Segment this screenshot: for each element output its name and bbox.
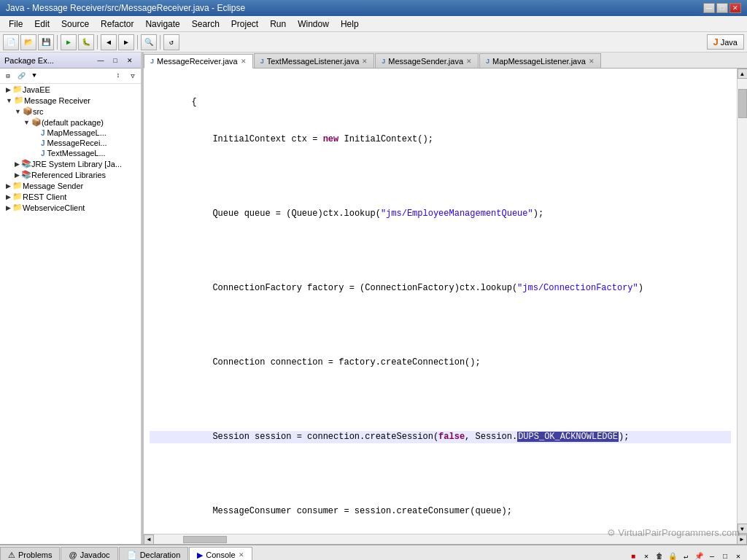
- tree-item-textmessage[interactable]: J TextMessageL...: [0, 148, 141, 158]
- java-perspective-button[interactable]: J Java: [707, 34, 744, 50]
- item-label: REST Client: [23, 192, 66, 201]
- hscroll-right-button[interactable]: ▶: [737, 534, 747, 545]
- tab-label: TextMessageListener.java: [267, 57, 360, 66]
- tab-map-message-listener[interactable]: J MapMessageListener.java ✕: [479, 53, 601, 68]
- tab-close-button[interactable]: ✕: [362, 58, 368, 65]
- tree-item-referenced-libraries[interactable]: ▶ 📚 Referenced Libraries: [0, 169, 141, 180]
- scroll-up-button[interactable]: ▲: [738, 69, 748, 79]
- link-editor-button[interactable]: 🔗: [15, 70, 28, 82]
- folder-icon: 📁: [12, 203, 23, 212]
- debug-button[interactable]: 🐛: [78, 34, 94, 50]
- maximize-button[interactable]: □: [716, 3, 728, 13]
- new-button[interactable]: 📄: [3, 34, 19, 50]
- back-button[interactable]: ◀: [101, 34, 117, 50]
- maximize-view-button[interactable]: □: [719, 551, 731, 560]
- editor-scrollbar[interactable]: ▲ ▼: [737, 69, 747, 534]
- editor-hscroll[interactable]: ◀ ▶: [144, 534, 747, 544]
- tab-problems[interactable]: ⚠ Problems: [0, 547, 60, 560]
- pe-menu-button[interactable]: ▼: [28, 70, 41, 82]
- close-button[interactable]: ✕: [729, 3, 741, 13]
- tab-close-button[interactable]: ✕: [589, 58, 595, 65]
- menu-help[interactable]: Help: [335, 18, 365, 31]
- minimize-button[interactable]: —: [703, 3, 715, 13]
- menu-refactor[interactable]: Refactor: [95, 18, 139, 31]
- tab-message-sender[interactable]: J MessageSender.java ✕: [375, 53, 479, 68]
- save-button[interactable]: 💾: [38, 34, 54, 50]
- tab-close-button[interactable]: ✕: [239, 551, 244, 559]
- search-button[interactable]: 🔍: [141, 34, 157, 50]
- tree-item-message-receiver[interactable]: ▼ 📁 Message Receiver: [0, 95, 141, 106]
- menu-file[interactable]: File: [3, 18, 28, 31]
- menu-project[interactable]: Project: [225, 18, 264, 31]
- forward-button[interactable]: ▶: [118, 34, 134, 50]
- hscroll-thumb[interactable]: [183, 536, 227, 543]
- pe-maximize-button[interactable]: □: [109, 55, 122, 66]
- word-wrap-button[interactable]: ↵: [680, 551, 692, 560]
- tab-text-message-listener[interactable]: J TextMessageListener.java ✕: [254, 53, 375, 68]
- tree-item-src[interactable]: ▼ 📦 src: [0, 106, 141, 117]
- run-button[interactable]: ▶: [61, 34, 77, 50]
- tree-item-message-sender[interactable]: ▶ 📁 Message Sender: [0, 180, 141, 191]
- library-icon: 📚: [21, 159, 31, 168]
- item-label: TextMessageL...: [47, 149, 106, 158]
- code-line: [150, 245, 731, 257]
- pe-close-button[interactable]: ✕: [123, 55, 136, 66]
- tree-item-messagereceiver[interactable]: J MessageRecei...: [0, 138, 141, 148]
- refresh-button[interactable]: ↺: [163, 34, 179, 50]
- item-label: JavaEE: [23, 85, 50, 94]
- tab-close-button[interactable]: ✕: [241, 58, 247, 65]
- item-label: JRE System Library [Ja...: [31, 160, 122, 168]
- pe-title: Package Ex...: [4, 56, 54, 65]
- menu-source[interactable]: Source: [55, 18, 95, 31]
- collapse-all-button[interactable]: ⊟: [1, 70, 15, 82]
- pe-minimize-button[interactable]: —: [94, 55, 107, 66]
- code-content[interactable]: { InitialContext ctx = new InitialContex…: [144, 69, 737, 534]
- separator-3: [137, 35, 138, 50]
- separator-2: [97, 35, 98, 50]
- tree-item-jre[interactable]: ▶ 📚 JRE System Library [Ja...: [0, 158, 141, 169]
- tab-close-button[interactable]: ✕: [466, 58, 472, 65]
- menu-window[interactable]: Window: [292, 18, 335, 31]
- tab-console[interactable]: ▶ Console ✕: [189, 547, 252, 560]
- code-line: InitialContext ctx = new InitialContext(…: [150, 133, 731, 146]
- clear-button[interactable]: 🗑: [654, 551, 665, 560]
- folder-icon: 📁: [12, 192, 23, 201]
- tab-declaration[interactable]: 📄 Declaration: [119, 547, 189, 560]
- package-icon: 📦: [31, 117, 42, 127]
- minimize-view-button[interactable]: —: [706, 551, 718, 560]
- tab-javadoc[interactable]: @ Javadoc: [61, 547, 117, 560]
- pe-sort-button[interactable]: ↕: [112, 70, 125, 82]
- menu-search[interactable]: Search: [186, 18, 225, 31]
- tree-item-webservice-client[interactable]: ▶ 📁 WebserviceClient: [0, 202, 141, 213]
- arrow-icon: ▼: [23, 119, 30, 126]
- tree-item-rest-client[interactable]: ▶ 📁 REST Client: [0, 191, 141, 202]
- open-button[interactable]: 📂: [20, 34, 36, 50]
- code-editor[interactable]: { InitialContext ctx = new InitialContex…: [144, 69, 747, 534]
- javadoc-icon: @: [69, 551, 77, 559]
- tab-label: Javadoc: [80, 551, 110, 559]
- tree-item-javaee[interactable]: ▶ 📁 JavaEE: [0, 84, 141, 95]
- stop-button[interactable]: ■: [627, 551, 639, 560]
- item-label: MessageRecei...: [47, 139, 107, 147]
- java-file-icon: J: [41, 129, 45, 137]
- scroll-lock-button[interactable]: 🔒: [667, 551, 678, 560]
- pe-filter-button[interactable]: ▽: [126, 70, 139, 82]
- pin-button[interactable]: 📌: [693, 551, 705, 560]
- close-view-button[interactable]: ✕: [732, 551, 744, 560]
- hscroll-track[interactable]: [154, 536, 737, 543]
- bottom-panel: ⚠ Problems @ Javadoc 📄 Declaration ▶ Con…: [0, 544, 747, 560]
- menu-run[interactable]: Run: [264, 18, 292, 31]
- arrow-icon: ▶: [15, 160, 20, 168]
- tree-item-mapmessage[interactable]: J MapMessageL...: [0, 128, 141, 138]
- menu-edit[interactable]: Edit: [28, 18, 55, 31]
- hscroll-left-button[interactable]: ◀: [144, 534, 154, 545]
- separator-4: [160, 35, 160, 50]
- tree-item-default-package[interactable]: ▼ 📦 (default package): [0, 117, 141, 128]
- library-icon: 📚: [21, 170, 31, 179]
- scroll-down-button[interactable]: ▼: [738, 524, 748, 534]
- menu-navigate[interactable]: Navigate: [139, 18, 185, 31]
- code-line: [150, 394, 731, 406]
- terminate-button[interactable]: ✕: [640, 551, 652, 560]
- tab-message-receiver[interactable]: J MessageReceiver.java ✕: [144, 54, 253, 69]
- scroll-thumb[interactable]: [738, 89, 747, 118]
